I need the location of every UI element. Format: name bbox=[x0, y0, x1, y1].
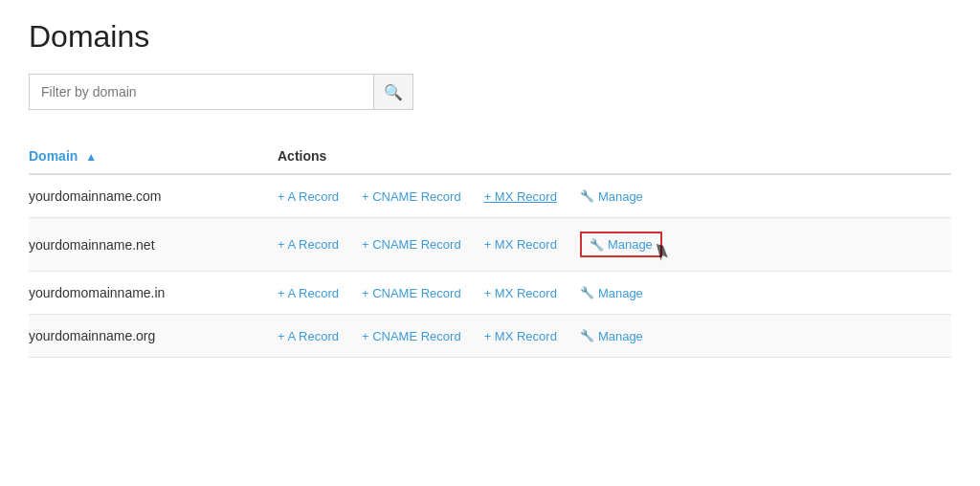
mx-record-link[interactable]: + MX Record bbox=[484, 189, 557, 204]
sort-arrow-icon: ▲ bbox=[85, 150, 97, 164]
domain-cell: yourdomainname.com bbox=[29, 174, 278, 218]
wrench-icon: 🔧 bbox=[590, 238, 604, 252]
manage-link-wrapper: 🔧Manage bbox=[580, 329, 643, 343]
wrench-icon: 🔧 bbox=[580, 189, 594, 203]
a-record-link[interactable]: + A Record bbox=[278, 329, 339, 343]
page-title: Domains bbox=[29, 19, 951, 55]
actions-cell: + A Record+ CNAME Record+ MX Record🔧Mana… bbox=[278, 218, 951, 272]
search-icon: 🔍 bbox=[384, 83, 403, 101]
search-bar: 🔍 bbox=[29, 74, 951, 110]
mx-record-link[interactable]: + MX Record bbox=[484, 237, 557, 252]
table-row: yourdomainname.com+ A Record+ CNAME Reco… bbox=[29, 174, 951, 218]
table-header-row: Domain ▲ Actions bbox=[29, 139, 951, 174]
a-record-link[interactable]: + A Record bbox=[278, 237, 339, 252]
mx-record-link[interactable]: + MX Record bbox=[484, 286, 557, 300]
table-row: yourdomainname.net+ A Record+ CNAME Reco… bbox=[29, 218, 951, 272]
manage-link[interactable]: 🔧Manage bbox=[580, 189, 643, 204]
mx-record-link[interactable]: + MX Record bbox=[484, 329, 557, 343]
table-row: yourdomainname.org+ A Record+ CNAME Reco… bbox=[29, 315, 951, 358]
manage-label: Manage bbox=[608, 237, 653, 252]
domains-table: Domain ▲ Actions yourdomainname.com+ A R… bbox=[29, 139, 951, 358]
manage-label: Manage bbox=[598, 189, 643, 204]
domain-cell: yourdomomainname.in bbox=[29, 272, 278, 315]
a-record-link[interactable]: + A Record bbox=[278, 286, 339, 300]
manage-link[interactable]: 🔧Manage bbox=[590, 237, 653, 252]
manage-link-wrapper: 🔧Manage bbox=[580, 189, 643, 204]
manage-link-wrapper: 🔧Manage bbox=[580, 286, 643, 300]
cname-record-link[interactable]: + CNAME Record bbox=[362, 286, 461, 300]
actions-cell: + A Record+ CNAME Record+ MX Record🔧Mana… bbox=[278, 174, 951, 218]
wrench-icon: 🔧 bbox=[580, 286, 594, 299]
manage-label: Manage bbox=[598, 286, 643, 300]
manage-link[interactable]: 🔧Manage bbox=[580, 329, 643, 343]
actions-cell: + A Record+ CNAME Record+ MX Record🔧Mana… bbox=[278, 272, 951, 315]
manage-link-highlighted: 🔧Manage bbox=[580, 232, 662, 257]
wrench-icon: 🔧 bbox=[580, 329, 594, 342]
a-record-link[interactable]: + A Record bbox=[278, 189, 339, 204]
column-header-domain[interactable]: Domain ▲ bbox=[29, 139, 278, 174]
actions-cell: + A Record+ CNAME Record+ MX Record🔧Mana… bbox=[278, 315, 951, 358]
cname-record-link[interactable]: + CNAME Record bbox=[362, 237, 461, 252]
search-button[interactable]: 🔍 bbox=[373, 74, 413, 110]
cname-record-link[interactable]: + CNAME Record bbox=[362, 329, 461, 343]
domain-cell: yourdomainname.org bbox=[29, 315, 278, 358]
search-input[interactable] bbox=[29, 74, 373, 110]
manage-label: Manage bbox=[598, 329, 643, 343]
cname-record-link[interactable]: + CNAME Record bbox=[362, 189, 461, 204]
table-row: yourdomomainname.in+ A Record+ CNAME Rec… bbox=[29, 272, 951, 315]
column-header-actions: Actions bbox=[278, 139, 951, 174]
domain-cell: yourdomainname.net bbox=[29, 218, 278, 272]
manage-link[interactable]: 🔧Manage bbox=[580, 286, 643, 300]
